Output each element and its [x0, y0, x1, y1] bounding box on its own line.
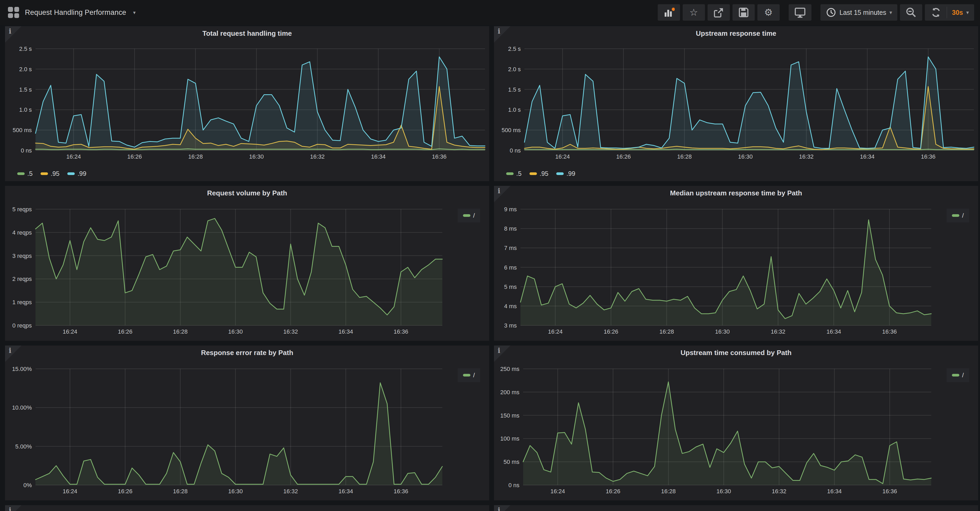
chart-request-volume-by-path[interactable]: 0 reqps1 reqps2 reqps3 reqps4 reqps5 req… [5, 186, 489, 341]
legend-item-.99[interactable]: .99 [67, 170, 86, 178]
panel-median-upstream-response-time-by-path: i Median upstream response time by Path … [494, 186, 978, 341]
divider [947, 6, 947, 18]
title-caret-down-icon[interactable]: ▾ [133, 10, 136, 16]
chart-response-error-rate-by-path[interactable]: 0%5.00%10.00%15.00%16:2416:2616:2816:301… [5, 346, 489, 500]
svg-text:5 reqps: 5 reqps [13, 206, 32, 213]
svg-text:2.5 s: 2.5 s [508, 46, 521, 52]
chart-total-request-handling-time[interactable]: 0 ns500 ms1.0 s1.5 s2.0 s2.5 s16:2416:26… [5, 26, 489, 181]
legend-label: / [962, 212, 964, 219]
zoom-out-button[interactable] [900, 4, 922, 21]
svg-text:7 ms: 7 ms [504, 244, 517, 251]
settings-button[interactable]: ⚙ [757, 4, 780, 21]
time-range-picker[interactable]: Last 15 minutes ▾ [821, 4, 897, 21]
chart-upstream-response-time[interactable]: 0 ns500 ms1.0 s1.5 s2.0 s2.5 s16:2416:26… [494, 26, 978, 181]
panel-partial-right: i [494, 505, 978, 511]
legend-item-.5[interactable]: .5 [506, 170, 522, 178]
svg-text:1.0 s: 1.0 s [19, 106, 32, 113]
svg-text:16:36: 16:36 [882, 328, 897, 335]
svg-text:16:26: 16:26 [118, 488, 132, 495]
svg-text:16:24: 16:24 [550, 488, 565, 495]
svg-text:1.0 s: 1.0 s [508, 106, 521, 113]
legend-item-/[interactable]: / [952, 371, 964, 379]
save-button[interactable] [732, 4, 755, 21]
share-button[interactable] [708, 4, 730, 21]
legend-swatch [463, 374, 470, 376]
star-button[interactable]: ☆ [682, 4, 705, 21]
svg-text:16:32: 16:32 [310, 153, 325, 160]
legend-label: / [962, 371, 964, 379]
legend-item-/[interactable]: / [952, 212, 964, 219]
chart-median-upstream-response-time-by-path[interactable]: 3 ms4 ms5 ms6 ms7 ms8 ms9 ms16:2416:2616… [494, 186, 978, 341]
legend-label: .99 [77, 170, 86, 178]
svg-text:16:24: 16:24 [555, 153, 570, 160]
svg-text:1 reqps: 1 reqps [13, 299, 32, 306]
zoom-out-icon [905, 6, 917, 18]
svg-text:0 ns: 0 ns [21, 147, 32, 154]
cycle-view-mode-button[interactable] [789, 4, 811, 21]
legend-item-/[interactable]: / [463, 371, 475, 379]
chart-upstream-time-consumed-by-path[interactable]: 0 ns50 ms100 ms150 ms200 ms250 ms16:2416… [494, 346, 978, 500]
svg-text:0 ns: 0 ns [510, 147, 521, 154]
svg-text:16:32: 16:32 [283, 488, 298, 495]
svg-text:200 ms: 200 ms [500, 389, 519, 395]
svg-text:100 ms: 100 ms [500, 435, 519, 442]
svg-text:16:36: 16:36 [393, 488, 408, 495]
panel-upstream-time-consumed-by-path: i Upstream time consumed by Path 0 ns50 … [494, 346, 978, 500]
legend-item-/[interactable]: / [463, 212, 475, 219]
add-panel-button[interactable] [658, 4, 680, 21]
svg-text:15.00%: 15.00% [12, 366, 32, 372]
legend-label: .99 [566, 170, 575, 178]
dashboard-panel-grid: i Total request handling time 0 ns500 ms… [5, 26, 978, 500]
svg-text:4 ms: 4 ms [504, 303, 517, 309]
panel-info-icon[interactable]: i [494, 505, 511, 511]
legend-label: .95 [51, 170, 59, 178]
svg-text:16:36: 16:36 [393, 328, 408, 335]
panel-info-icon[interactable]: i [5, 505, 21, 511]
time-range-caret-down-icon: ▾ [889, 9, 892, 16]
svg-text:16:28: 16:28 [677, 153, 692, 160]
svg-text:2 reqps: 2 reqps [13, 276, 32, 282]
legend-item-.95[interactable]: .95 [530, 170, 548, 178]
refresh-interval-label: 30s [952, 9, 963, 16]
svg-text:16:28: 16:28 [661, 488, 676, 495]
monitor-icon [794, 6, 806, 18]
svg-text:16:26: 16:26 [606, 488, 620, 495]
svg-text:5.00%: 5.00% [15, 443, 32, 450]
svg-text:16:28: 16:28 [659, 328, 674, 335]
dashboard-grid-icon[interactable] [8, 7, 19, 18]
svg-text:1.5 s: 1.5 s [19, 86, 32, 93]
svg-text:16:26: 16:26 [118, 328, 132, 335]
svg-text:16:24: 16:24 [66, 153, 81, 160]
legend-item-.99[interactable]: .99 [556, 170, 575, 178]
svg-text:16:32: 16:32 [283, 328, 298, 335]
legend-swatch [41, 172, 48, 175]
legend-label: .5 [27, 170, 33, 178]
svg-text:16:26: 16:26 [604, 328, 618, 335]
legend-swatch [506, 172, 514, 175]
legend-swatch [463, 214, 470, 217]
svg-text:2.0 s: 2.0 s [19, 66, 32, 73]
svg-text:16:28: 16:28 [173, 328, 188, 335]
svg-text:50 ms: 50 ms [504, 459, 519, 465]
legend: / [458, 209, 480, 222]
svg-text:16:32: 16:32 [771, 328, 786, 335]
svg-text:16:24: 16:24 [548, 328, 563, 335]
refresh-button[interactable]: 30s ▾ [925, 4, 974, 21]
dashboard-title[interactable]: Request Handling Performance [25, 8, 126, 17]
legend-item-.5[interactable]: .5 [17, 170, 33, 178]
panel-request-volume-by-path: Request volume by Path 0 reqps1 reqps2 r… [5, 186, 489, 341]
svg-text:0 ns: 0 ns [508, 482, 519, 489]
legend-label: .95 [539, 170, 548, 178]
svg-text:16:30: 16:30 [738, 153, 752, 160]
panel-total-request-handling-time: i Total request handling time 0 ns500 ms… [5, 26, 489, 181]
svg-text:16:36: 16:36 [432, 153, 447, 160]
save-icon [738, 6, 749, 18]
panel-partial-left: i [5, 505, 489, 511]
svg-text:16:26: 16:26 [616, 153, 631, 160]
legend-label: / [473, 212, 475, 219]
svg-text:5 ms: 5 ms [504, 284, 517, 290]
svg-text:1.5 s: 1.5 s [508, 86, 521, 93]
svg-text:16:34: 16:34 [371, 153, 386, 160]
svg-text:16:30: 16:30 [249, 153, 264, 160]
legend-item-.95[interactable]: .95 [41, 170, 59, 178]
